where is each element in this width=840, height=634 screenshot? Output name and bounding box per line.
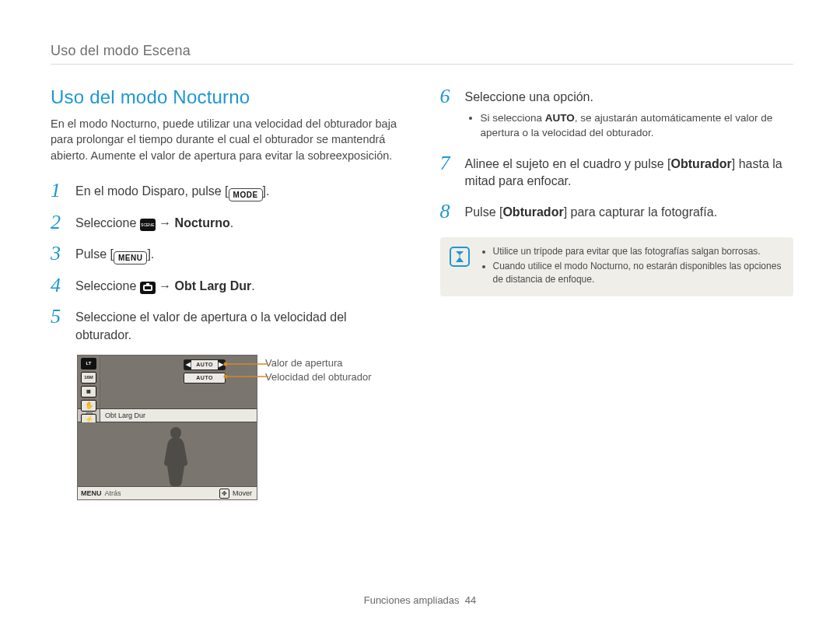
text: Pulse [ <box>75 247 114 261</box>
back-label: Atrás <box>105 489 135 497</box>
step-number: 8 <box>440 201 456 222</box>
mode-button-icon: MODE <box>229 188 263 201</box>
person-silhouette-icon <box>152 422 199 486</box>
text: → <box>156 279 175 292</box>
auto-label: AUTO <box>191 360 218 370</box>
text: ]. <box>263 184 270 198</box>
divider <box>51 64 793 65</box>
step-number: 4 <box>51 275 66 296</box>
step-6: 6 Seleccione una opción. Si selecciona A… <box>440 86 794 142</box>
step-4: 4 Seleccione → Obt Larg Dur. <box>51 275 404 296</box>
step-7: 7 Alinee el sujeto en el cuadro y pulse … <box>440 153 794 191</box>
footer-section: Funciones ampliadas <box>364 594 460 606</box>
text: . <box>251 279 254 292</box>
screen-left-icon-strip: LT 16M ▦ <box>78 356 100 408</box>
page-footer: Funciones ampliadas 44 <box>0 594 840 606</box>
screen-legend: Valor de apertura Velocidad del obturado… <box>265 355 372 384</box>
step-text: Pulse [MENU]. <box>75 243 404 264</box>
sub-bullets: Si selecciona AUTO, se ajustarán automát… <box>465 111 794 141</box>
step-8: 8 Pulse [Obturador] para capturar la fot… <box>440 201 794 222</box>
text: Seleccione <box>75 216 140 229</box>
shutter-auto-pill: AUTO <box>184 373 226 384</box>
camera-screen-illustration: LT 16M ▦ ◀AUTO▶ AUTO <box>77 355 404 500</box>
step-number: 1 <box>51 180 66 201</box>
resolution-icon: 16M <box>81 372 96 384</box>
scene-icon <box>140 219 156 231</box>
lt-badge-icon: LT <box>81 358 96 370</box>
text: Seleccione <box>75 279 140 292</box>
section-title: Uso del modo Nocturno <box>51 86 404 108</box>
aperture-auto-pill: ◀AUTO▶ <box>184 359 226 370</box>
text: . <box>230 216 233 229</box>
step-number: 3 <box>51 243 66 264</box>
text: → <box>156 216 175 229</box>
step-number: 7 <box>440 153 456 173</box>
step-2: 2 Seleccione → Nocturno. <box>51 212 404 233</box>
step-3: 3 Pulse [MENU]. <box>51 243 404 264</box>
footer-page-number: 44 <box>465 594 476 606</box>
screen-top-area: LT 16M ▦ ◀AUTO▶ AUTO <box>78 356 257 408</box>
legend-shutter: Velocidad del obturador <box>265 370 372 384</box>
step-text: Seleccione → Nocturno. <box>75 212 404 233</box>
option-row-label: Obt Larg Dur <box>100 412 145 419</box>
note-item: Cuando utilice el modo Nocturno, no esta… <box>493 260 783 286</box>
callout-leaders <box>78 356 280 410</box>
step-1: 1 En el modo Disparo, pulse [MODE]. <box>51 180 404 201</box>
step-text: Seleccione el valor de apertura o la vel… <box>75 306 404 344</box>
camera-screen: LT 16M ▦ ◀AUTO▶ AUTO <box>77 355 257 500</box>
step-number: 2 <box>51 212 66 233</box>
move-control: ✥ Mover <box>219 489 257 499</box>
step-text: Seleccione → Obt Larg Dur. <box>75 275 404 296</box>
dpad-icon: ✥ <box>219 489 229 499</box>
grid-icon: ▦ <box>81 386 96 398</box>
intro-paragraph: En el modo Nocturno, puede utilizar una … <box>51 116 404 163</box>
screen-preview-area <box>78 422 257 486</box>
menu-label-icon: MENU <box>78 489 105 497</box>
text: ] para capturar la fotografía. <box>564 205 717 219</box>
left-column: Uso del modo Nocturno En el modo Nocturn… <box>51 86 404 500</box>
steps-list-right: 6 Seleccione una opción. Si selecciona A… <box>440 86 794 222</box>
sub-bullet: Si selecciona AUTO, se ajustarán automát… <box>481 111 794 141</box>
legend-aperture: Valor de apertura <box>265 356 372 370</box>
breadcrumb: Uso del modo Escena <box>51 43 793 59</box>
text: Pulse [ <box>465 205 503 219</box>
bold-text: Obturador <box>671 157 732 170</box>
text: ]. <box>147 247 154 261</box>
text: En el modo Disparo, pulse [ <box>75 184 229 198</box>
steps-list-left: 1 En el modo Disparo, pulse [MODE]. 2 Se… <box>51 180 404 344</box>
step-text: Seleccione una opción. Si selecciona AUT… <box>465 86 794 142</box>
note-item: Utilice un trípode para evitar que las f… <box>493 245 783 258</box>
note-list: Utilice un trípode para evitar que las f… <box>479 245 783 287</box>
manual-page: Uso del modo Escena Uso del modo Nocturn… <box>0 0 840 634</box>
two-column-layout: Uso del modo Nocturno En el modo Nocturn… <box>51 86 793 500</box>
bold-text: Obt Larg Dur <box>175 279 252 292</box>
selected-option-row: ▤ Obt Larg Dur <box>78 408 257 422</box>
step-text: Alinee el sujeto en el cuadro y pulse [O… <box>465 153 794 191</box>
step-number: 5 <box>51 306 66 327</box>
text: Seleccione una opción. <box>465 90 593 103</box>
step-text: En el modo Disparo, pulse [MODE]. <box>75 180 404 201</box>
bold-text: Nocturno <box>175 216 230 229</box>
bold-text: AUTO <box>545 112 575 124</box>
auto-pills: ◀AUTO▶ AUTO <box>184 359 226 384</box>
stabilizer-icon <box>81 400 96 412</box>
tip-note-box: Utilice un trípode para evitar que las f… <box>440 237 794 296</box>
text: Alinee el sujeto en el cuadro y pulse [ <box>465 157 671 170</box>
right-column: 6 Seleccione una opción. Si selecciona A… <box>440 86 794 500</box>
menu-button-icon: MENU <box>114 251 147 264</box>
camera-icon <box>140 282 156 294</box>
step-number: 6 <box>440 86 456 107</box>
auto-label: AUTO <box>191 373 218 383</box>
step-text: Pulse [Obturador] para capturar la fotog… <box>465 201 794 222</box>
bold-text: Obturador <box>502 205 563 219</box>
screen-footer-bar: MENU Atrás ✥ Mover <box>78 486 257 499</box>
step-5: 5 Seleccione el valor de apertura o la v… <box>51 306 404 344</box>
note-icon <box>450 247 470 267</box>
move-label: Mover <box>233 489 252 497</box>
